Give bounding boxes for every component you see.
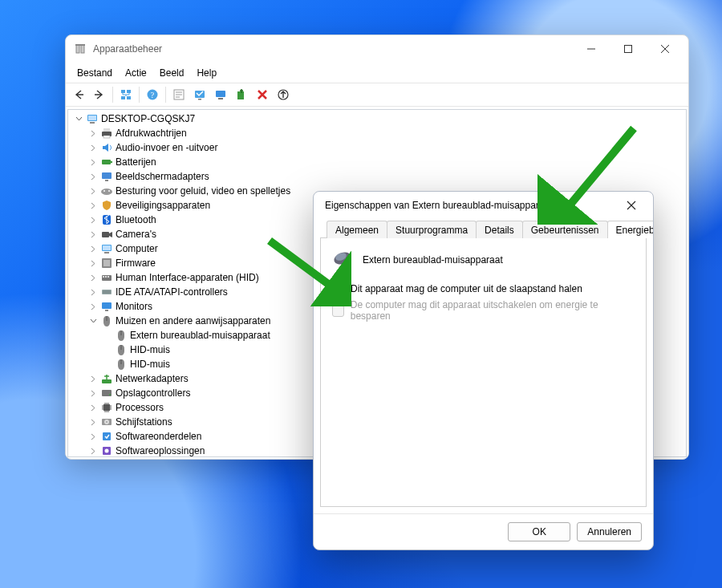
svg-rect-55 <box>625 46 632 53</box>
monitor-icon <box>99 300 113 314</box>
forward-button[interactable] <box>90 85 109 104</box>
help-button[interactable] <box>143 85 162 104</box>
tree-item-label: Muizen en andere aanwijsapparaten <box>116 315 270 326</box>
tree-item-label: IDE ATA/ATAPI-controllers <box>116 286 228 298</box>
chevron-right-icon[interactable] <box>87 272 99 284</box>
tree-item-label: Opslagcontrollers <box>116 387 190 399</box>
tab-details[interactable]: Details <box>476 221 523 238</box>
chevron-right-icon[interactable] <box>87 128 99 140</box>
tree-item-label: Schijfstations <box>116 416 172 428</box>
tree-item-label: Audio-invoer en -uitvoer <box>116 142 217 153</box>
net-icon <box>99 372 113 386</box>
chevron-right-icon[interactable] <box>87 387 99 399</box>
disk-icon <box>99 416 113 429</box>
back-button[interactable] <box>69 85 88 104</box>
maximize-button[interactable] <box>610 37 647 61</box>
tree-item-label: HID-muis <box>130 344 170 355</box>
ok-button[interactable]: OK <box>508 522 570 541</box>
chevron-down-icon[interactable] <box>87 315 99 327</box>
tree-item-label: Beeldschermadapters <box>116 171 209 182</box>
menu-help[interactable]: Help <box>190 65 223 81</box>
chevron-right-icon[interactable] <box>87 171 99 183</box>
chevron-right-icon[interactable] <box>87 416 99 428</box>
audio-icon <box>99 141 113 155</box>
tree-item-label: Softwareoplossingen <box>116 445 205 456</box>
tree-item-label: Firmware <box>116 258 156 269</box>
tree-item[interactable]: Batterijen <box>73 155 684 169</box>
hid-icon <box>99 271 113 285</box>
sw-icon <box>99 430 113 444</box>
chevron-right-icon[interactable] <box>87 243 99 255</box>
tree-item[interactable]: Audio-invoer en -uitvoer <box>73 140 684 155</box>
cam-icon <box>99 228 113 241</box>
mouse-icon <box>332 249 355 270</box>
checkbox-wake-label: Dit apparaat mag de computer uit de slaa… <box>351 283 582 294</box>
show-tree-button[interactable] <box>116 85 136 104</box>
chevron-right-icon[interactable] <box>87 142 99 154</box>
menu-file[interactable]: Bestand <box>71 65 119 81</box>
chevron-down-icon[interactable] <box>73 113 85 125</box>
tree-item-label: Afdrukwachtrijen <box>116 128 187 139</box>
tree-item[interactable]: Afdrukwachtrijen <box>73 126 684 140</box>
chevron-right-icon[interactable] <box>87 258 99 270</box>
chevron-right-icon[interactable] <box>87 286 99 298</box>
chevron-right-icon[interactable] <box>87 156 99 168</box>
tree-item-label: Human Interface-apparaten (HID) <box>116 272 259 283</box>
separator <box>139 87 140 103</box>
devmgr-icon <box>74 43 87 55</box>
tree-item-label: Batterijen <box>116 156 156 168</box>
tab-energiebeheer[interactable]: Energiebeheer <box>607 221 654 238</box>
separator <box>165 87 166 103</box>
tree-item-label: Besturing voor geluid, video en spelletj… <box>116 185 290 197</box>
chevron-right-icon[interactable] <box>87 373 99 385</box>
dialog-close-button[interactable] <box>615 194 648 217</box>
titlebar[interactable]: Apparaatbeheer <box>66 35 688 63</box>
chevron-right-icon[interactable] <box>87 185 99 197</box>
chevron-right-icon[interactable] <box>87 402 99 414</box>
add-device-button[interactable] <box>232 85 251 104</box>
game-icon <box>99 185 113 198</box>
tab-stuurprogramma[interactable]: Stuurprogramma <box>387 221 477 238</box>
remove-device-button[interactable] <box>253 85 272 104</box>
menu-action[interactable]: Actie <box>119 65 153 81</box>
mouse-icon <box>114 358 128 371</box>
chevron-right-icon[interactable] <box>87 301 99 313</box>
tree-item-label: HID-muis <box>130 359 170 370</box>
tree-item[interactable]: Beeldschermadapters <box>73 169 684 184</box>
tab-algemeen[interactable]: Algemeen <box>327 221 387 238</box>
cancel-button[interactable]: Annuleren <box>577 522 642 541</box>
menubar: Bestand Actie Beeld Help <box>66 63 688 83</box>
spacer-icon <box>102 344 114 356</box>
menu-view[interactable]: Beeld <box>153 65 191 81</box>
update-driver-button[interactable] <box>274 85 293 104</box>
tab-gebeurtenissen[interactable]: Gebeurtenissen <box>522 221 608 238</box>
scan-button[interactable] <box>190 85 209 104</box>
display-icon <box>99 170 113 184</box>
tree-item-label: Processors <box>116 402 164 413</box>
chevron-right-icon[interactable] <box>87 229 99 241</box>
minimize-button[interactable] <box>573 37 610 61</box>
chevron-right-icon[interactable] <box>87 431 99 443</box>
properties-button[interactable] <box>169 85 189 104</box>
tree-root[interactable]: DESKTOP-CGQSKJ7 <box>73 112 684 126</box>
swfix-icon <box>99 444 113 458</box>
monitor-button[interactable] <box>211 85 230 104</box>
properties-dialog: Eigenschappen van Extern bureaublad-muis… <box>313 191 654 550</box>
spacer-icon <box>102 330 114 342</box>
mouse-icon <box>114 343 128 357</box>
tabs: AlgemeenStuurprogrammaDetailsGebeurtenis… <box>320 219 647 238</box>
pc-icon <box>85 112 99 126</box>
tree-item-label: Monitors <box>116 301 152 312</box>
shield-icon <box>99 199 113 213</box>
close-button[interactable] <box>647 37 683 61</box>
chevron-right-icon[interactable] <box>87 214 99 226</box>
batt-icon <box>99 156 113 169</box>
pc-icon <box>99 242 113 256</box>
dialog-titlebar[interactable]: Eigenschappen van Extern bureaublad-muis… <box>314 192 653 219</box>
mouse-icon <box>114 329 128 343</box>
printer-icon <box>99 127 113 140</box>
checkbox-wake[interactable]: Dit apparaat mag de computer uit de slaa… <box>332 282 635 294</box>
tree-item-label: Netwerkadapters <box>116 373 189 384</box>
chevron-right-icon[interactable] <box>87 200 99 212</box>
chevron-right-icon[interactable] <box>87 445 99 457</box>
